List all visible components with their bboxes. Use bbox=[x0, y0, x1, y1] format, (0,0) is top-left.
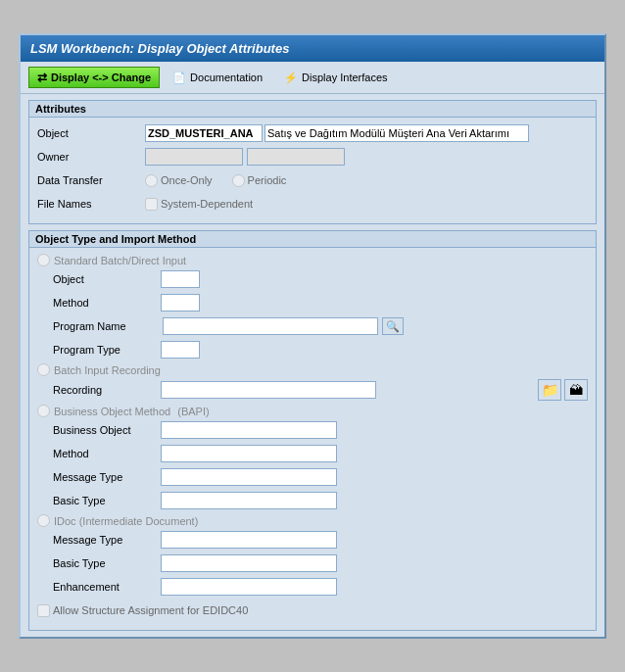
bo-method-row: Method bbox=[53, 444, 588, 463]
data-transfer-row: Data Transfer Once-Only Periodic bbox=[37, 170, 588, 190]
standard-batch-row: Standard Batch/Direct Input bbox=[37, 254, 588, 266]
business-object-radio bbox=[37, 405, 50, 417]
allow-structure-label: Allow Structure Assignment for EDIDC40 bbox=[37, 604, 248, 617]
sb-method-label: Method bbox=[53, 297, 161, 309]
search-icon: 🔍 bbox=[386, 320, 400, 333]
recording-label: Recording bbox=[53, 384, 161, 396]
batch-input-fields: Recording 📁 🏔 bbox=[53, 379, 588, 401]
owner-row: Owner bbox=[37, 147, 588, 167]
allow-structure-row: Allow Structure Assignment for EDIDC40 bbox=[37, 600, 588, 620]
file-names-row: File Names System-Dependent bbox=[37, 194, 588, 214]
documentation-label: Documentation bbox=[190, 72, 263, 83]
bo-msg-type-row: Message Type bbox=[53, 467, 588, 487]
bo-basic-type-input[interactable] bbox=[161, 492, 337, 509]
standard-batch-label: Standard Batch/Direct Input bbox=[54, 255, 186, 266]
idoc-basic-type-row: Basic Type bbox=[53, 553, 588, 573]
system-dependent-checkbox bbox=[145, 198, 158, 211]
program-type-label: Program Type bbox=[53, 344, 161, 356]
bo-msg-type-input[interactable] bbox=[161, 468, 337, 486]
program-name-search-button[interactable]: 🔍 bbox=[382, 317, 404, 335]
bo-method-label: Method bbox=[53, 448, 161, 459]
program-type-input[interactable] bbox=[161, 341, 200, 359]
sb-method-input[interactable] bbox=[161, 294, 200, 312]
sb-object-label: Object bbox=[53, 273, 161, 285]
display-change-icon bbox=[37, 71, 47, 84]
documentation-button[interactable]: Documentation bbox=[164, 68, 271, 88]
attributes-section: Attributes Object Owner Data Transfer bbox=[28, 100, 597, 224]
bo-field-row: Business Object bbox=[53, 420, 588, 440]
allow-structure-text: Allow Structure Assignment for EDIDC40 bbox=[53, 604, 248, 616]
program-type-row: Program Type bbox=[53, 340, 588, 360]
main-window: LSM Workbench: Display Object Attributes… bbox=[19, 33, 606, 639]
sb-object-row: Object bbox=[53, 269, 588, 289]
main-content: Attributes Object Owner Data Transfer bbox=[21, 94, 604, 637]
recording-left: Recording bbox=[53, 381, 376, 399]
recording-input[interactable] bbox=[161, 381, 376, 399]
object-desc-input[interactable] bbox=[264, 124, 529, 142]
doc-icon bbox=[172, 72, 186, 84]
once-only-radio bbox=[145, 174, 158, 187]
bo-field-input[interactable] bbox=[161, 421, 337, 439]
business-object-fields: Business Object Method Message Type Basi… bbox=[53, 420, 588, 510]
allow-structure-checkbox bbox=[37, 604, 50, 617]
attributes-body: Object Owner Data Transfer bbox=[29, 118, 596, 223]
attributes-title: Attributes bbox=[29, 101, 596, 118]
recording-row: Recording 📁 🏔 bbox=[53, 379, 588, 401]
batch-input-row: Batch Input Recording bbox=[37, 363, 588, 376]
idoc-enhancement-label: Enhancement bbox=[53, 581, 161, 593]
display-change-button[interactable]: Display <-> Change bbox=[28, 67, 160, 88]
bo-method-input[interactable] bbox=[161, 445, 337, 462]
bo-msg-type-label: Message Type bbox=[53, 471, 161, 483]
idoc-enhancement-row: Enhancement bbox=[53, 577, 588, 597]
idoc-enhancement-input[interactable] bbox=[161, 578, 337, 596]
program-name-label: Program Name bbox=[53, 320, 161, 332]
object-type-section: Object Type and Import Method Standard B… bbox=[28, 230, 597, 631]
once-only-text: Once-Only bbox=[161, 174, 213, 186]
bapi-label: (BAPI) bbox=[177, 406, 209, 417]
object-input[interactable] bbox=[145, 124, 263, 142]
bo-basic-type-row: Basic Type bbox=[53, 491, 588, 510]
toolbar: Display <-> Change Documentation Display… bbox=[21, 62, 604, 94]
folder-icon: 📁 bbox=[542, 382, 558, 398]
periodic-label: Periodic bbox=[232, 174, 287, 187]
once-only-label: Once-Only bbox=[145, 174, 213, 187]
system-dependent-text: System-Dependent bbox=[161, 198, 253, 210]
idoc-msg-type-input[interactable] bbox=[161, 531, 337, 549]
display-interfaces-label: Display Interfaces bbox=[302, 72, 387, 83]
program-name-input[interactable] bbox=[163, 317, 378, 335]
idoc-radio bbox=[37, 514, 50, 527]
idoc-label: IDoc (Intermediate Document) bbox=[54, 515, 198, 527]
periodic-text: Periodic bbox=[248, 174, 287, 186]
owner-input2[interactable] bbox=[247, 148, 345, 166]
display-change-label: Display <-> Change bbox=[51, 72, 151, 83]
batch-input-radio bbox=[37, 363, 50, 376]
display-interfaces-button[interactable]: Display Interfaces bbox=[275, 68, 396, 88]
idoc-msg-type-label: Message Type bbox=[53, 534, 161, 546]
mountain-icon: 🏔 bbox=[569, 382, 583, 398]
object-type-title: Object Type and Import Method bbox=[29, 231, 596, 248]
idoc-row: IDoc (Intermediate Document) bbox=[37, 514, 588, 527]
periodic-radio bbox=[232, 174, 245, 187]
idoc-basic-type-label: Basic Type bbox=[53, 557, 161, 569]
sb-method-row: Method bbox=[53, 293, 588, 312]
recording-folder-button[interactable]: 📁 bbox=[538, 379, 561, 401]
interfaces-icon bbox=[284, 72, 298, 84]
object-row: Object bbox=[37, 123, 588, 143]
idoc-basic-type-input[interactable] bbox=[161, 554, 337, 572]
recording-mountain-button[interactable]: 🏔 bbox=[564, 379, 588, 401]
bo-basic-type-label: Basic Type bbox=[53, 495, 161, 506]
program-name-row: Program Name 🔍 bbox=[53, 316, 588, 336]
idoc-msg-type-row: Message Type bbox=[53, 530, 588, 550]
owner-input1[interactable] bbox=[145, 148, 243, 166]
file-names-label: File Names bbox=[37, 198, 145, 210]
sb-object-input[interactable] bbox=[161, 270, 200, 288]
standard-batch-fields: Object Method Program Name 🔍 bbox=[53, 269, 588, 360]
recording-icons: 📁 🏔 bbox=[538, 379, 588, 401]
business-object-label: Business Object Method bbox=[54, 406, 170, 417]
object-type-body: Standard Batch/Direct Input Object Metho… bbox=[29, 248, 596, 630]
object-label: Object bbox=[37, 127, 145, 139]
title-bar: LSM Workbench: Display Object Attributes bbox=[21, 35, 604, 62]
bo-field-label: Business Object bbox=[53, 424, 161, 436]
business-object-row: Business Object Method (BAPI) bbox=[37, 405, 588, 417]
system-dependent-label: System-Dependent bbox=[145, 198, 253, 211]
